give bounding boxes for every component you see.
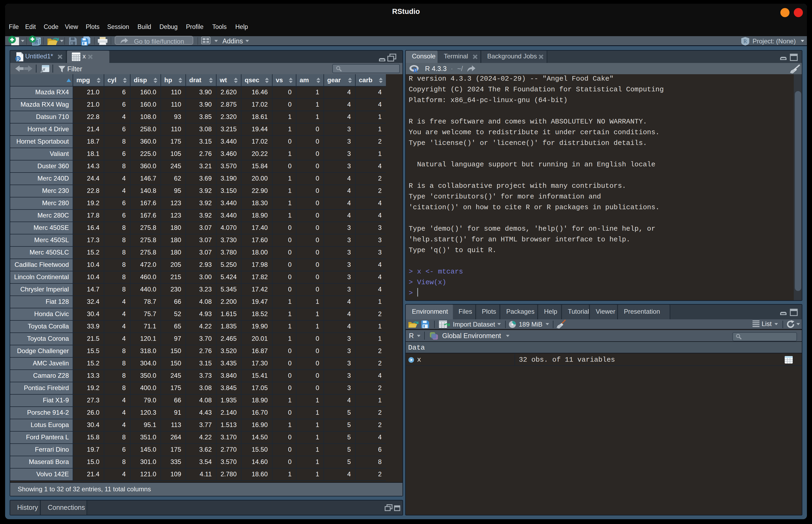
svg-text:R: R: [16, 56, 20, 62]
svg-text:R: R: [743, 38, 747, 44]
svg-text:R: R: [413, 67, 418, 74]
